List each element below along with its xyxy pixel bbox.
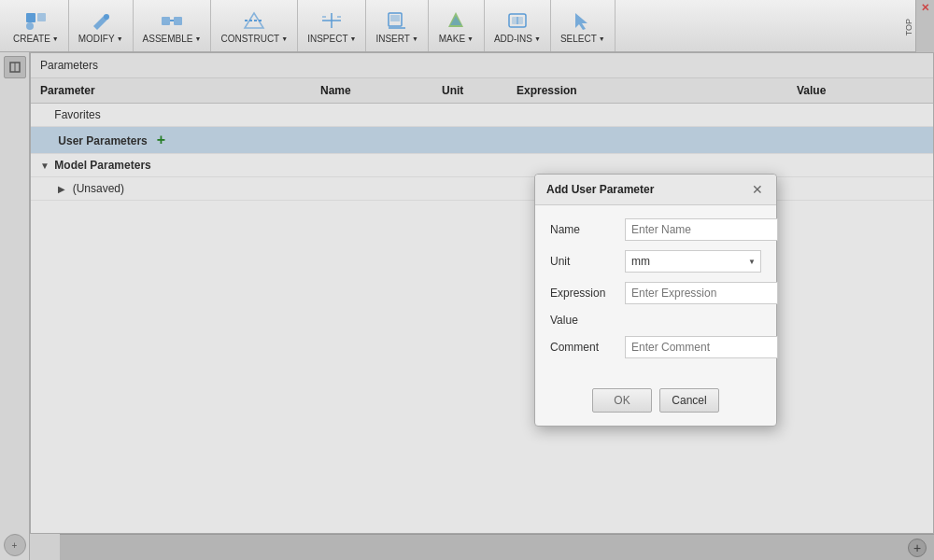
main-area: Parameters Parameter Name Unit Expressio… xyxy=(30,52,934,560)
expression-label: Expression xyxy=(550,287,617,300)
value-label: Value xyxy=(550,314,617,327)
toolbar-group-assemble[interactable]: ASSEMBLE ▼ xyxy=(134,0,212,51)
value-field-row: Value xyxy=(550,314,761,327)
inspect-icon xyxy=(317,7,347,34)
modify-label: MODIFY ▼ xyxy=(78,34,123,44)
svg-rect-4 xyxy=(162,17,170,25)
assemble-label: ASSEMBLE ▼ xyxy=(143,34,202,44)
addins-icon xyxy=(502,7,532,34)
dialog-title: Add User Parameter xyxy=(546,183,654,196)
assemble-icon xyxy=(157,7,187,34)
name-field-row: Name xyxy=(550,218,761,241)
dialog-body: Name Unit mm cm m in ft deg r xyxy=(535,205,776,381)
construct-label: CONSTRUCT ▼ xyxy=(220,34,288,44)
addins-label: ADD-INS ▼ xyxy=(494,34,541,44)
unit-select-wrapper: mm cm m in ft deg rad ▼ xyxy=(625,250,761,273)
dialog-footer: OK Cancel xyxy=(535,381,776,426)
cancel-button[interactable]: Cancel xyxy=(659,388,719,413)
insert-label: INSERT ▼ xyxy=(375,34,417,44)
toolbar-group-select[interactable]: SELECT ▼ xyxy=(551,0,616,51)
construct-icon xyxy=(239,7,269,34)
unit-field-row: Unit mm cm m in ft deg rad ▼ xyxy=(550,250,761,273)
name-label: Name xyxy=(550,223,617,236)
make-label: MAKE ▼ xyxy=(439,34,474,44)
toolbar-group-modify[interactable]: MODIFY ▼ xyxy=(69,0,134,51)
comment-input[interactable] xyxy=(625,336,778,358)
toolbar-group-make[interactable]: MAKE ▼ xyxy=(429,0,485,51)
sidebar-button-add[interactable]: + xyxy=(4,534,26,556)
create-label: CREATE ▼ xyxy=(13,34,59,44)
modify-icon xyxy=(86,7,116,34)
select-label: SELECT ▼ xyxy=(560,34,605,44)
ok-button[interactable]: OK xyxy=(592,388,652,413)
select-icon xyxy=(568,7,598,34)
dialog-close-button[interactable]: ✕ xyxy=(750,182,765,197)
inspect-label: INSPECT ▼ xyxy=(307,34,356,44)
expression-input[interactable] xyxy=(625,282,778,304)
comment-label: Comment xyxy=(550,341,617,354)
create-icon xyxy=(21,7,50,34)
svg-rect-0 xyxy=(26,13,35,22)
svg-point-2 xyxy=(26,22,34,30)
name-input[interactable] xyxy=(625,218,778,241)
modal-overlay: Add User Parameter ✕ Name Unit mm cm xyxy=(30,52,934,560)
svg-point-3 xyxy=(104,14,109,20)
toolbar-group-inspect[interactable]: INSPECT ▼ xyxy=(298,0,366,51)
unit-select[interactable]: mm cm m in ft deg rad xyxy=(625,250,761,273)
top-right-close[interactable]: ✕ xyxy=(915,0,934,52)
make-icon xyxy=(441,7,471,34)
sidebar-button-1[interactable] xyxy=(4,56,26,78)
svg-rect-5 xyxy=(174,17,182,25)
svg-marker-20 xyxy=(575,13,587,30)
toolbar-group-create[interactable]: CREATE ▼ xyxy=(4,0,69,51)
insert-icon xyxy=(382,7,412,34)
toolbar-group-construct[interactable]: CONSTRUCT ▼ xyxy=(211,0,298,51)
dialog-header: Add User Parameter ✕ xyxy=(535,175,776,205)
toolbar-group-addins[interactable]: ADD-INS ▼ xyxy=(485,0,551,51)
expression-field-row: Expression xyxy=(550,282,761,304)
comment-field-row: Comment xyxy=(550,336,761,358)
add-user-parameter-dialog: Add User Parameter ✕ Name Unit mm cm xyxy=(534,174,777,427)
toolbar-group-insert[interactable]: INSERT ▼ xyxy=(366,0,428,51)
unit-label: Unit xyxy=(550,255,617,268)
left-sidebar: + xyxy=(0,52,30,560)
toolbar: CREATE ▼ MODIFY ▼ ASSEMBLE ▼ xyxy=(0,0,934,52)
view-label: TOP xyxy=(904,19,913,35)
svg-rect-14 xyxy=(390,15,400,21)
svg-rect-1 xyxy=(37,13,46,21)
